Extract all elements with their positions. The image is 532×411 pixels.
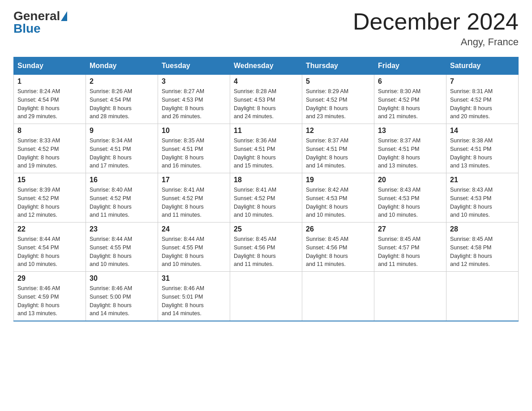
day-number: 16	[90, 176, 154, 184]
day-number: 8	[17, 127, 82, 135]
day-cell	[446, 272, 519, 321]
day-cell: 15 Sunrise: 8:39 AMSunset: 4:52 PMDaylig…	[14, 173, 86, 223]
day-cell: 14 Sunrise: 8:38 AMSunset: 4:51 PMDaylig…	[446, 124, 519, 173]
day-cell: 16 Sunrise: 8:40 AMSunset: 4:52 PMDaylig…	[86, 173, 158, 223]
day-info: Sunrise: 8:37 AMSunset: 4:51 PMDaylight:…	[306, 137, 348, 169]
day-cell: 6 Sunrise: 8:30 AMSunset: 4:52 PMDayligh…	[374, 75, 446, 124]
day-number: 26	[306, 225, 370, 233]
day-info: Sunrise: 8:31 AMSunset: 4:52 PMDaylight:…	[450, 88, 493, 120]
column-header-wednesday: Wednesday	[230, 57, 302, 75]
day-cell: 21 Sunrise: 8:43 AMSunset: 4:53 PMDaylig…	[446, 173, 519, 223]
week-row-1: 1 Sunrise: 8:24 AMSunset: 4:54 PMDayligh…	[14, 75, 519, 124]
day-info: Sunrise: 8:28 AMSunset: 4:53 PMDaylight:…	[234, 88, 276, 120]
day-cell: 25 Sunrise: 8:45 AMSunset: 4:56 PMDaylig…	[230, 223, 302, 272]
day-cell: 2 Sunrise: 8:26 AMSunset: 4:54 PMDayligh…	[86, 75, 158, 124]
location-label: Angy, France	[353, 36, 519, 48]
day-info: Sunrise: 8:45 AMSunset: 4:56 PMDaylight:…	[234, 236, 276, 267]
day-info: Sunrise: 8:30 AMSunset: 4:52 PMDaylight:…	[378, 88, 420, 120]
week-row-2: 8 Sunrise: 8:33 AMSunset: 4:52 PMDayligh…	[14, 124, 519, 173]
title-section: December 2024 Angy, France	[353, 9, 519, 48]
day-info: Sunrise: 8:46 AMSunset: 4:59 PMDaylight:…	[17, 285, 60, 317]
calendar-header-row: SundayMondayTuesdayWednesdayThursdayFrid…	[14, 57, 519, 75]
day-cell: 8 Sunrise: 8:33 AMSunset: 4:52 PMDayligh…	[14, 124, 86, 173]
column-header-tuesday: Tuesday	[158, 57, 230, 75]
column-header-sunday: Sunday	[14, 57, 86, 75]
column-header-monday: Monday	[86, 57, 158, 75]
day-number: 27	[378, 225, 442, 233]
day-cell: 24 Sunrise: 8:44 AMSunset: 4:55 PMDaylig…	[158, 223, 230, 272]
column-header-friday: Friday	[374, 57, 446, 75]
day-cell: 11 Sunrise: 8:36 AMSunset: 4:51 PMDaylig…	[230, 124, 302, 173]
day-info: Sunrise: 8:45 AMSunset: 4:56 PMDaylight:…	[306, 236, 348, 267]
day-number: 14	[450, 127, 515, 135]
day-info: Sunrise: 8:37 AMSunset: 4:51 PMDaylight:…	[378, 137, 420, 169]
day-cell: 1 Sunrise: 8:24 AMSunset: 4:54 PMDayligh…	[14, 75, 86, 124]
day-info: Sunrise: 8:38 AMSunset: 4:51 PMDaylight:…	[450, 137, 493, 169]
day-cell: 9 Sunrise: 8:34 AMSunset: 4:51 PMDayligh…	[86, 124, 158, 173]
day-info: Sunrise: 8:34 AMSunset: 4:51 PMDaylight:…	[90, 137, 132, 169]
day-info: Sunrise: 8:29 AMSunset: 4:52 PMDaylight:…	[306, 88, 348, 120]
day-number: 22	[17, 225, 82, 233]
week-row-3: 15 Sunrise: 8:39 AMSunset: 4:52 PMDaylig…	[14, 173, 519, 223]
day-info: Sunrise: 8:33 AMSunset: 4:52 PMDaylight:…	[17, 137, 60, 169]
day-number: 28	[450, 225, 515, 233]
day-cell: 28 Sunrise: 8:45 AMSunset: 4:58 PMDaylig…	[446, 223, 519, 272]
day-cell: 26 Sunrise: 8:45 AMSunset: 4:56 PMDaylig…	[302, 223, 374, 272]
day-info: Sunrise: 8:27 AMSunset: 4:53 PMDaylight:…	[162, 88, 204, 120]
day-cell: 7 Sunrise: 8:31 AMSunset: 4:52 PMDayligh…	[446, 75, 519, 124]
day-cell: 19 Sunrise: 8:42 AMSunset: 4:53 PMDaylig…	[302, 173, 374, 223]
day-info: Sunrise: 8:44 AMSunset: 4:55 PMDaylight:…	[90, 236, 132, 267]
page-header: General Blue December 2024 Angy, France	[13, 9, 519, 48]
column-header-thursday: Thursday	[302, 57, 374, 75]
day-cell	[302, 272, 374, 321]
day-info: Sunrise: 8:46 AMSunset: 5:01 PMDaylight:…	[162, 285, 204, 317]
day-number: 11	[234, 127, 298, 135]
day-info: Sunrise: 8:44 AMSunset: 4:54 PMDaylight:…	[17, 236, 60, 267]
day-cell: 3 Sunrise: 8:27 AMSunset: 4:53 PMDayligh…	[158, 75, 230, 124]
logo-blue-text: Blue	[13, 21, 41, 36]
day-number: 4	[234, 77, 298, 86]
day-number: 24	[162, 225, 226, 233]
day-number: 10	[162, 127, 226, 135]
day-info: Sunrise: 8:35 AMSunset: 4:51 PMDaylight:…	[162, 137, 204, 169]
logo: General Blue	[13, 9, 67, 36]
day-cell: 20 Sunrise: 8:43 AMSunset: 4:53 PMDaylig…	[374, 173, 446, 223]
day-number: 25	[234, 225, 298, 233]
day-number: 17	[162, 176, 226, 184]
day-number: 30	[90, 274, 154, 283]
day-cell: 31 Sunrise: 8:46 AMSunset: 5:01 PMDaylig…	[158, 272, 230, 321]
day-info: Sunrise: 8:41 AMSunset: 4:52 PMDaylight:…	[162, 187, 204, 218]
day-cell: 27 Sunrise: 8:45 AMSunset: 4:57 PMDaylig…	[374, 223, 446, 272]
day-number: 12	[306, 127, 370, 135]
day-cell	[374, 272, 446, 321]
day-info: Sunrise: 8:24 AMSunset: 4:54 PMDaylight:…	[17, 88, 60, 120]
column-header-saturday: Saturday	[446, 57, 519, 75]
day-cell: 17 Sunrise: 8:41 AMSunset: 4:52 PMDaylig…	[158, 173, 230, 223]
week-row-5: 29 Sunrise: 8:46 AMSunset: 4:59 PMDaylig…	[14, 272, 519, 321]
day-info: Sunrise: 8:46 AMSunset: 5:00 PMDaylight:…	[90, 285, 132, 317]
day-info: Sunrise: 8:43 AMSunset: 4:53 PMDaylight:…	[378, 187, 420, 218]
day-cell: 29 Sunrise: 8:46 AMSunset: 4:59 PMDaylig…	[14, 272, 86, 321]
day-info: Sunrise: 8:41 AMSunset: 4:52 PMDaylight:…	[234, 187, 276, 218]
day-cell: 18 Sunrise: 8:41 AMSunset: 4:52 PMDaylig…	[230, 173, 302, 223]
day-cell: 22 Sunrise: 8:44 AMSunset: 4:54 PMDaylig…	[14, 223, 86, 272]
day-number: 19	[306, 176, 370, 184]
day-number: 9	[90, 127, 154, 135]
day-number: 15	[17, 176, 82, 184]
day-number: 1	[17, 77, 82, 86]
day-cell	[230, 272, 302, 321]
day-number: 31	[162, 274, 226, 283]
day-info: Sunrise: 8:44 AMSunset: 4:55 PMDaylight:…	[162, 236, 204, 267]
day-info: Sunrise: 8:26 AMSunset: 4:54 PMDaylight:…	[90, 88, 132, 120]
day-cell: 4 Sunrise: 8:28 AMSunset: 4:53 PMDayligh…	[230, 75, 302, 124]
day-number: 23	[90, 225, 154, 233]
day-number: 5	[306, 77, 370, 86]
calendar-table: SundayMondayTuesdayWednesdayThursdayFrid…	[13, 57, 519, 321]
day-info: Sunrise: 8:42 AMSunset: 4:53 PMDaylight:…	[306, 187, 348, 218]
day-number: 20	[378, 176, 442, 184]
day-cell: 5 Sunrise: 8:29 AMSunset: 4:52 PMDayligh…	[302, 75, 374, 124]
day-info: Sunrise: 8:40 AMSunset: 4:52 PMDaylight:…	[90, 187, 132, 218]
day-number: 18	[234, 176, 298, 184]
day-cell: 23 Sunrise: 8:44 AMSunset: 4:55 PMDaylig…	[86, 223, 158, 272]
day-number: 13	[378, 127, 442, 135]
